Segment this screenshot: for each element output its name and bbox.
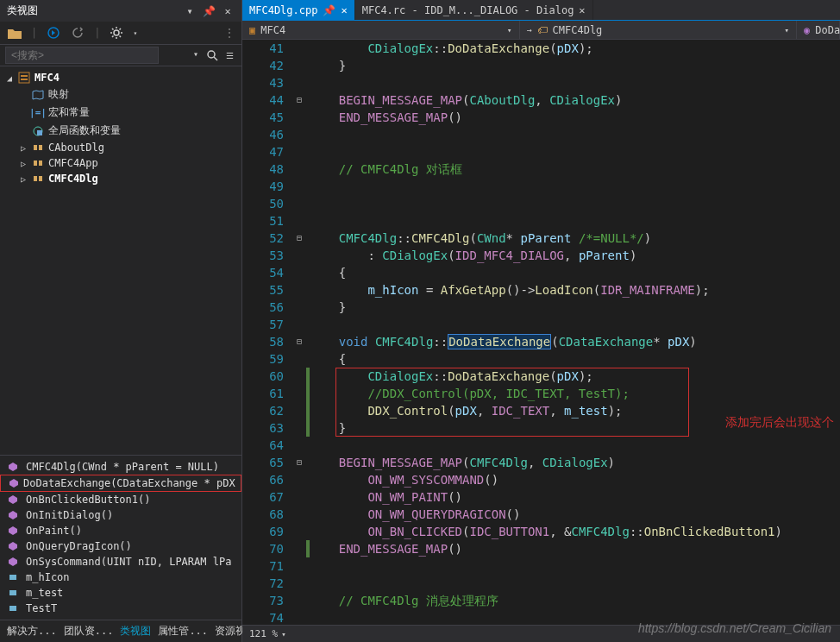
class-tree[interactable]: ◢ MFC4 映射|=|宏和常量全局函数和变量▷CAboutDlg▷CMFC4A… [0,66,241,455]
member-item[interactable]: DoDataExchange(CDataExchange * pDX [0,475,241,492]
search-row: ▾ ☰ [0,45,241,66]
forward-icon[interactable] [46,25,61,41]
editor-tab[interactable]: MFC4.rc - IDD_M..._DIALOG - Dialog✕ [355,0,593,20]
search-icon[interactable] [205,48,219,62]
bottom-tabs: 解决方...团队资...类视图属性管...资源视... [0,620,241,642]
member-item[interactable]: OnBnClickedButton1() [0,492,241,507]
close-icon[interactable]: ✕ [579,4,585,16]
gear-icon[interactable] [109,25,124,41]
nav-member[interactable]: ◉ DoDa [797,21,840,39]
bottom-tab[interactable]: 团队资... [64,624,114,639]
member-item[interactable]: OnInitDialog() [0,507,241,523]
grip-icon: ⋮ [224,27,235,39]
nav-bar: ▣ MFC4 ▾ → 🏷 CMFC4Dlg ▾ ◉ DoDa [242,21,840,40]
tree-item[interactable]: ▷CMFC4App [0,155,241,171]
editor-tab[interactable]: MFC4Dlg.cpp📌✕ [242,0,355,20]
tree-item[interactable]: ▷CMFC4Dlg [0,171,241,186]
member-item[interactable]: OnQueryDragIcon() [0,538,241,554]
code-editor[interactable]: 4142434445464748495051525354555657585960… [242,40,840,625]
fold-column[interactable]: ⊟⊟⊟⊟⊟ [292,40,306,625]
panel-header: 类视图 ▾ 📌 ✕ [0,0,241,22]
nav-scope-label: CMFC4Dlg [553,24,603,36]
member-item[interactable]: m_test [0,585,241,601]
tree-root-label: MFC4 [34,72,60,84]
member-item[interactable]: TestT [0,601,241,616]
nav-member-label: DoDa [815,24,840,36]
code-content[interactable]: CDialogEx::DoDataExchange(pDX); } BEGIN_… [310,40,840,625]
close-icon[interactable]: ✕ [341,4,347,16]
watermark: https://blog.csdn.net/Cream_Cicilian [638,621,831,635]
svg-rect-8 [37,130,42,135]
bottom-tab[interactable]: 属性管... [158,624,208,639]
tree-item[interactable]: 全局函数和变量 [0,122,241,140]
new-folder-icon[interactable] [7,25,22,41]
close-icon[interactable]: ✕ [221,4,235,18]
svg-rect-5 [21,75,28,77]
tree-item[interactable]: |=|宏和常量 [0,104,241,122]
chevron-down-icon[interactable]: ▾ [281,630,285,639]
nav-project-label: MFC4 [260,24,285,36]
chevron-down-icon[interactable]: ▾ [193,49,198,59]
class-view-toolbar: | | ▾ ⋮ [0,22,241,45]
svg-rect-4 [19,72,29,83]
svg-rect-10 [9,590,16,595]
bottom-tab[interactable]: 解决方... [7,624,57,639]
class-view-panel: 类视图 ▾ 📌 ✕ | | ▾ ⋮ ▾ ☰ [0,0,242,642]
tree-root[interactable]: ◢ MFC4 [0,70,241,85]
svg-rect-6 [21,79,28,80]
zoom-level[interactable]: 121 % [249,628,278,639]
editor-panel: MFC4Dlg.cpp📌✕MFC4.rc - IDD_M..._DIALOG -… [242,0,840,642]
member-list[interactable]: CMFC4Dlg(CWnd * pParent = NULL)DoDataExc… [0,455,241,620]
nav-scope[interactable]: → 🏷 CMFC4Dlg ▾ [520,21,798,39]
refresh-icon[interactable] [70,25,85,41]
svg-point-2 [208,51,215,58]
tree-item[interactable]: 映射 [0,85,241,104]
editor-tabs: MFC4Dlg.cpp📌✕MFC4.rc - IDD_M..._DIALOG -… [242,0,840,21]
member-item[interactable]: OnSysCommand(UINT nID, LPARAM lPa [0,554,241,570]
bottom-tab[interactable]: 类视图 [120,624,151,639]
nav-project[interactable]: ▣ MFC4 ▾ [242,21,520,39]
member-item[interactable]: m_hIcon [0,570,241,585]
svg-point-1 [114,30,119,35]
annotation-text: 添加完后会出现这个 [725,414,834,431]
svg-line-3 [214,57,217,60]
pin-icon[interactable]: 📌 [323,4,335,16]
tree-item[interactable]: ▷CAboutDlg [0,140,241,155]
panel-title: 类视图 [7,3,183,18]
dropdown-icon[interactable]: ▾ [183,4,197,18]
member-item[interactable]: OnPaint() [0,523,241,538]
svg-rect-9 [9,575,16,580]
filter-icon[interactable]: ☰ [223,48,236,62]
line-numbers: 4142434445464748495051525354555657585960… [242,40,292,625]
search-input[interactable] [5,47,159,64]
member-item[interactable]: CMFC4Dlg(CWnd * pParent = NULL) [0,459,241,475]
pin-icon[interactable]: 📌 [202,4,216,18]
svg-rect-11 [9,606,16,611]
